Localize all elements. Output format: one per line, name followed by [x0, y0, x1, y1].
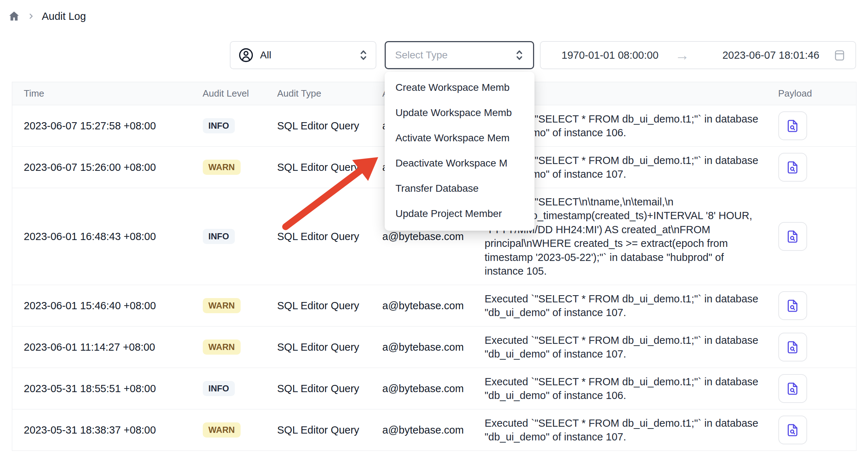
view-payload-button[interactable]: [778, 153, 807, 182]
payload-doc-search-icon: [785, 298, 800, 313]
arrow-right-icon: →: [675, 47, 689, 63]
dropdown-item[interactable]: Activate Workspace Mem: [385, 125, 534, 151]
payload-doc-search-icon: [785, 229, 800, 244]
cell-level: WARN: [191, 327, 266, 368]
cell-level: WARN: [191, 409, 266, 451]
date-range-picker[interactable]: 1970-01-01 08:00:00 → 2023-06-07 18:01:4…: [540, 41, 856, 69]
cell-time: 2023-06-01 15:46:40 +08:00: [12, 285, 191, 327]
cell-level: WARN: [191, 147, 266, 188]
cell-comment: Executed `"SELECT * FROM db_ui_demo.t1;"…: [473, 327, 767, 368]
cell-payload: [767, 105, 856, 147]
cell-time: 2023-06-01 11:14:27 +08:00: [12, 327, 191, 368]
audit-level-badge: WARN: [203, 340, 241, 355]
table-row: 2023-06-01 11:14:27 +08:00WARNSQL Editor…: [12, 327, 856, 368]
view-payload-button[interactable]: [778, 333, 807, 361]
audit-level-badge: WARN: [203, 160, 241, 175]
cell-actor: a@bytebase.com: [371, 327, 473, 368]
dropdown-item[interactable]: Deactivate Workspace M: [385, 151, 534, 176]
actor-filter-select[interactable]: All: [230, 41, 376, 69]
audit-level-badge: WARN: [203, 298, 241, 313]
payload-doc-search-icon: [785, 160, 800, 175]
dropdown-item[interactable]: Create Workspace Memb: [385, 75, 534, 100]
cell-time: 2023-06-01 16:48:43 +08:00: [12, 188, 191, 285]
cell-audit-type: SQL Editor Query: [266, 368, 371, 409]
cell-audit-type: SQL Editor Query: [266, 285, 371, 327]
cell-comment: Executed `"SELECT * FROM db_ui_demo.t1;"…: [473, 409, 767, 451]
type-filter-select[interactable]: Select Type: [385, 41, 534, 69]
payload-doc-search-icon: [785, 423, 800, 438]
audit-level-badge: INFO: [203, 381, 235, 396]
cell-comment: Executed `"SELECT * FROM db_ui_demo.t1;"…: [473, 368, 767, 409]
cell-actor: a@bytebase.com: [371, 285, 473, 327]
table-row: 2023-05-31 18:55:51 +08:00INFOSQL Editor…: [12, 368, 856, 409]
actor-filter-value: All: [260, 49, 353, 61]
cell-level: WARN: [191, 285, 266, 327]
cell-actor: a@bytebase.com: [371, 409, 473, 451]
payload-doc-search-icon: [785, 340, 800, 355]
cell-audit-type: SQL Editor Query: [266, 327, 371, 368]
chevron-right-icon: [27, 13, 35, 20]
view-payload-button[interactable]: [778, 416, 807, 444]
cell-payload: [767, 188, 856, 285]
calendar-icon: [833, 49, 846, 62]
person-circle-icon: [238, 48, 254, 63]
breadcrumb: Audit Log: [8, 10, 86, 22]
updown-chevrons-icon: [515, 49, 524, 61]
dropdown-item[interactable]: Transfer Database: [385, 176, 534, 201]
audit-level-badge: INFO: [203, 118, 235, 133]
cell-level: INFO: [191, 188, 266, 285]
audit-log-page: Audit Log All Select Type 1970-01-01 08:…: [0, 0, 868, 457]
cell-audit-type: SQL Editor Query: [266, 188, 371, 285]
cell-payload: [767, 409, 856, 451]
home-icon[interactable]: [8, 10, 20, 22]
updown-chevrons-icon: [359, 49, 368, 61]
dropdown-item[interactable]: Update Workspace Memb: [385, 100, 534, 125]
col-header-level: Audit Level: [191, 82, 266, 105]
date-range-end[interactable]: 2023-06-07 18:01:46: [722, 49, 819, 61]
view-payload-button[interactable]: [778, 374, 807, 403]
view-payload-button[interactable]: [778, 222, 807, 251]
view-payload-button[interactable]: [778, 291, 807, 320]
cell-comment: Executed `"SELECT * FROM db_ui_demo.t1;"…: [473, 285, 767, 327]
cell-payload: [767, 285, 856, 327]
cell-payload: [767, 327, 856, 368]
dropdown-item[interactable]: Update Project Member: [385, 201, 534, 226]
cell-time: 2023-05-31 18:38:37 +08:00: [12, 409, 191, 451]
type-select-dropdown: Create Workspace MembUpdate Workspace Me…: [385, 72, 534, 231]
table-row: 2023-05-31 18:38:37 +08:00WARNSQL Editor…: [12, 409, 856, 451]
payload-doc-search-icon: [785, 119, 800, 133]
table-row: 2023-06-01 15:46:40 +08:00WARNSQL Editor…: [12, 285, 856, 327]
cell-payload: [767, 147, 856, 188]
cell-payload: [767, 368, 856, 409]
cell-time: 2023-06-07 15:27:58 +08:00: [12, 105, 191, 147]
cell-audit-type: SQL Editor Query: [266, 147, 371, 188]
payload-doc-search-icon: [785, 381, 800, 396]
type-filter-placeholder: Select Type: [395, 49, 515, 61]
cell-time: 2023-05-31 18:55:51 +08:00: [12, 368, 191, 409]
page-title: Audit Log: [42, 10, 86, 22]
audit-level-badge: INFO: [203, 229, 235, 244]
cell-audit-type: SQL Editor Query: [266, 409, 371, 451]
col-header-time: Time: [12, 82, 191, 105]
col-header-payload: Payload: [767, 82, 856, 105]
cell-level: INFO: [191, 105, 266, 147]
audit-level-badge: WARN: [203, 422, 241, 438]
cell-audit-type: SQL Editor Query: [266, 105, 371, 147]
view-payload-button[interactable]: [778, 111, 807, 140]
cell-level: INFO: [191, 368, 266, 409]
date-range-start[interactable]: 1970-01-01 08:00:00: [561, 49, 658, 61]
cell-time: 2023-06-07 15:26:00 +08:00: [12, 147, 191, 188]
cell-actor: a@bytebase.com: [371, 368, 473, 409]
col-header-type: Audit Type: [266, 82, 371, 105]
